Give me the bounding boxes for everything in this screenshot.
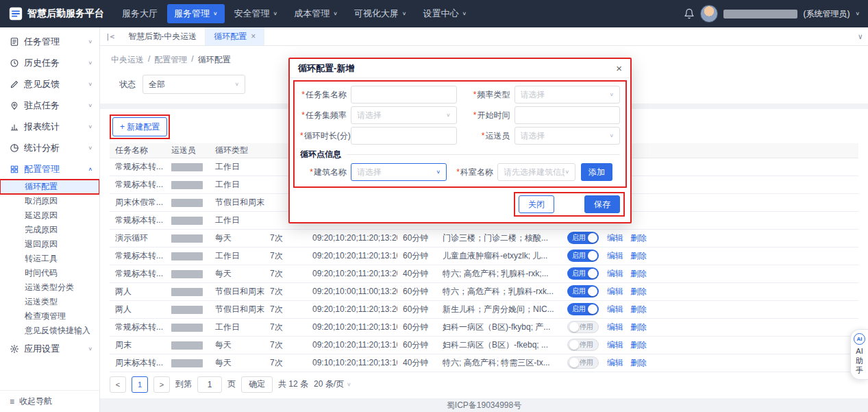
delete-link[interactable]: 删除 <box>630 287 647 296</box>
tab-item[interactable]: 智慧后勤-中央运送 <box>120 27 206 45</box>
add-point-button[interactable]: 添加 <box>581 163 612 181</box>
nav-menu-item[interactable]: 安全管理∨ <box>227 4 285 23</box>
cell-courier <box>166 211 210 229</box>
sidebar-item[interactable]: 报表统计∨ <box>0 116 99 137</box>
new-config-button[interactable]: + 新建配置 <box>112 117 167 136</box>
field-input[interactable] <box>351 86 457 104</box>
user-menu-chevron-icon[interactable]: ∨ <box>855 11 860 16</box>
collapse-nav-button[interactable]: ≡ 收起导航 <box>0 390 99 412</box>
redacted-courier <box>171 341 203 350</box>
app-title: 智慧后勤服务平台 <box>27 8 104 20</box>
delete-link[interactable]: 删除 <box>630 358 647 367</box>
sidebar-subitem[interactable]: 运送类型分类 <box>0 280 99 295</box>
status-filter-select[interactable]: 全部 ∨ <box>142 75 245 94</box>
edit-link[interactable]: 编辑 <box>607 358 623 367</box>
status-toggle[interactable]: 启用 <box>567 232 599 244</box>
page-number-button[interactable]: 1 <box>132 376 148 393</box>
sidebar-subitem[interactable]: 退回原因 <box>0 237 99 252</box>
status-toggle[interactable]: 启用 <box>567 250 599 262</box>
cell-cycle-type: 每天 <box>210 336 264 354</box>
sidebar-item[interactable]: 驻点任务∨ <box>0 95 99 116</box>
cell-courier <box>166 318 210 336</box>
sidebar-item[interactable]: 任务管理∨ <box>0 31 99 52</box>
delete-link[interactable]: 删除 <box>630 340 647 350</box>
sidebar-subitem[interactable]: 转运工具 <box>0 252 99 266</box>
confirm-page-button[interactable]: 确定 <box>241 376 273 393</box>
sidebar-item[interactable]: 统计分析∨ <box>0 137 99 158</box>
field-select[interactable]: 请选择∨ <box>351 106 457 124</box>
cell-courier <box>166 229 210 247</box>
delete-link[interactable]: 删除 <box>630 304 647 314</box>
status-label: 启用 <box>572 304 586 314</box>
sidebar-subitem[interactable]: 循环配置 <box>0 180 99 194</box>
nav-menu-item[interactable]: 服务管理∨ <box>167 4 225 23</box>
station-icon <box>10 101 19 110</box>
sidebar-subitem[interactable]: 时间代码 <box>0 266 99 280</box>
edit-link[interactable]: 编辑 <box>607 287 623 296</box>
cell-points: 特六；高危产科；乳腺科-rxk... <box>437 282 562 300</box>
user-avatar[interactable] <box>700 5 718 23</box>
edit-link[interactable]: 编辑 <box>607 269 623 278</box>
cell-filler <box>656 336 858 354</box>
cell-cycle-count: 7次 <box>264 282 307 300</box>
ai-assistant-button[interactable]: AI AI助手 <box>850 329 868 380</box>
building-select[interactable]: 请选择 ∨ <box>351 163 447 181</box>
save-button[interactable]: 保存 <box>584 195 620 213</box>
page-size-select[interactable]: 20 条/页 ∨ <box>314 378 351 390</box>
edit-link[interactable]: 编辑 <box>607 233 623 243</box>
nav-menu-item[interactable]: 服务大厅 <box>115 4 164 23</box>
cell-cycle-times: 09:20;10:20;11:20;13:10;14:... <box>307 247 397 265</box>
tab-list-chevron-icon[interactable]: ∨ <box>858 32 863 41</box>
edit-link[interactable]: 编辑 <box>607 251 623 260</box>
edit-link[interactable]: 编辑 <box>607 340 623 350</box>
cell-filler <box>656 193 858 211</box>
close-button[interactable]: 关闭 <box>519 195 554 213</box>
sidebar-item[interactable]: 历史任务∨ <box>0 52 99 73</box>
delete-link[interactable]: 删除 <box>630 233 647 243</box>
sidebar-subitem[interactable]: 延迟原因 <box>0 208 99 223</box>
cell-courier <box>166 336 210 354</box>
sidebar-item[interactable]: 应用设置∨ <box>0 338 99 359</box>
sidebar-item[interactable]: 配置管理∧ <box>0 158 99 180</box>
status-toggle[interactable]: 停用 <box>567 356 599 369</box>
required-asterisk: * <box>456 167 460 177</box>
toggle-dot <box>588 287 597 296</box>
field-input[interactable] <box>514 106 621 124</box>
nav-menu-item[interactable]: 可视化大屏∨ <box>347 4 414 23</box>
tab-scroll-left-icon[interactable]: |< <box>106 32 114 41</box>
status-toggle[interactable]: 停用 <box>567 321 599 333</box>
next-page-button[interactable]: > <box>153 376 170 393</box>
delete-link[interactable]: 删除 <box>630 269 647 278</box>
dept-select[interactable]: 请先选择建筑信息 ∨ <box>497 163 575 181</box>
field-input[interactable] <box>351 127 457 145</box>
feedback-icon <box>10 80 19 89</box>
status-toggle[interactable]: 停用 <box>567 339 599 351</box>
goto-page-input[interactable] <box>197 376 222 393</box>
field-select[interactable]: 请选择∨ <box>514 86 621 104</box>
sidebar-subitem[interactable]: 完成原因 <box>0 223 99 237</box>
close-icon[interactable]: × <box>251 32 256 40</box>
edit-link[interactable]: 编辑 <box>607 322 623 332</box>
sidebar-subitem[interactable]: 检查项管理 <box>0 309 99 324</box>
cell-task-name: 两人 <box>110 300 166 318</box>
delete-link[interactable]: 删除 <box>630 322 647 332</box>
field-select[interactable]: 请选择∨ <box>514 127 621 145</box>
nav-menu-item[interactable]: 成本管理∨ <box>287 4 345 23</box>
breadcrumb-item[interactable]: 配置管理 <box>154 54 187 66</box>
notification-bell-icon[interactable] <box>684 8 695 19</box>
delete-link[interactable]: 删除 <box>630 251 647 260</box>
sidebar-item[interactable]: 意见反馈∨ <box>0 73 99 95</box>
breadcrumb-item[interactable]: 中央运送 <box>111 54 144 66</box>
field-label: *频率类型 <box>464 89 514 101</box>
nav-menu-item[interactable]: 设置中心∨ <box>416 4 473 23</box>
tab-item[interactable]: 循环配置× <box>206 27 264 45</box>
sidebar-subitem[interactable]: 意见反馈快捷输入 <box>0 324 99 338</box>
prev-page-button[interactable]: < <box>110 376 126 393</box>
status-toggle[interactable]: 启用 <box>567 267 599 280</box>
sidebar-subitem[interactable]: 运送类型 <box>0 295 99 309</box>
sidebar-subitem[interactable]: 取消原因 <box>0 194 99 208</box>
status-toggle[interactable]: 启用 <box>567 285 599 298</box>
edit-link[interactable]: 编辑 <box>607 304 623 314</box>
modal-close-icon[interactable]: × <box>616 63 622 73</box>
status-toggle[interactable]: 启用 <box>567 303 599 315</box>
